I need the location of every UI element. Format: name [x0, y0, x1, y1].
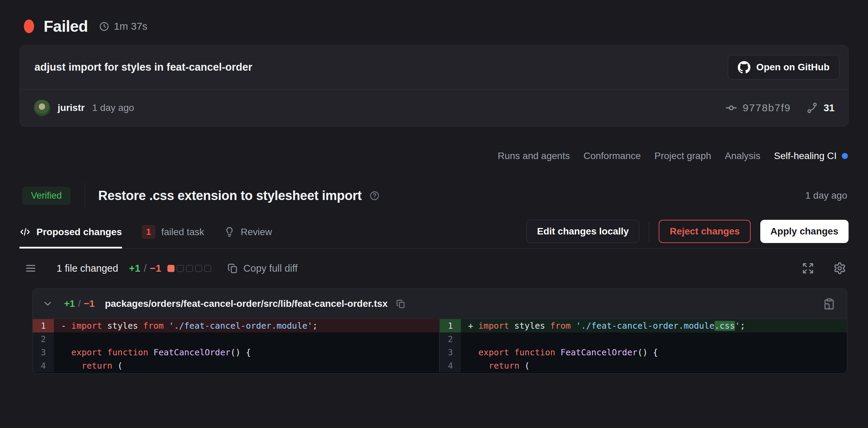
- copy-full-diff-button[interactable]: Copy full diff: [227, 263, 298, 274]
- diff-line-new-2: 2: [440, 332, 847, 346]
- clock-icon: [99, 21, 109, 32]
- deletions-count: −1: [150, 263, 161, 274]
- commit-card: adjust import for styles in feat-cancel-…: [19, 45, 849, 127]
- line-number: 3: [440, 346, 461, 359]
- diff-stats: +1 / −1: [129, 263, 161, 274]
- fix-tabs-row: Proposed changes 1 failed task Review Ed…: [19, 220, 849, 249]
- tab-proposed-changes[interactable]: Proposed changes: [19, 225, 122, 248]
- lightbulb-icon: [224, 227, 235, 238]
- author-name: juristr: [58, 102, 85, 113]
- diff-line-old-3: 3 export function FeatCancelOrder() {: [33, 346, 439, 359]
- diff-line-new-1: 1+ import styles from './feat-cancel-ord…: [440, 319, 847, 332]
- fix-title: Restore .css extension to stylesheet imp…: [98, 188, 362, 203]
- fix-header: Verified Restore .css extension to style…: [0, 161, 868, 209]
- diff-file-card: +1 / −1 packages/orders/feat-cancel-orde…: [32, 288, 847, 374]
- line-number: 4: [440, 359, 461, 372]
- gear-icon[interactable]: [833, 262, 846, 275]
- tab-review-label: Review: [241, 227, 272, 238]
- verified-badge: Verified: [22, 187, 71, 205]
- expand-icon[interactable]: [802, 262, 814, 274]
- copy-file-diff-icon[interactable]: [823, 298, 835, 310]
- diff-file-header: +1 / −1 packages/orders/feat-cancel-orde…: [33, 289, 847, 319]
- code-icon: [19, 226, 31, 238]
- line-number: 3: [33, 346, 54, 359]
- pipeline-status-label: Failed: [44, 17, 88, 35]
- line-number: 1: [440, 319, 461, 332]
- branch-link[interactable]: 31: [806, 102, 835, 114]
- new-feature-dot: [842, 153, 848, 159]
- author-avatar: [34, 100, 50, 116]
- line-number: 1: [33, 319, 54, 332]
- nav-item-self-healing-ci[interactable]: Self-healing CI: [774, 151, 848, 161]
- commit-sha[interactable]: 9778b7f9: [724, 101, 791, 115]
- commit-icon: [724, 101, 738, 115]
- diff-split-view: 1- import styles from './feat-cancel-ord…: [33, 319, 847, 373]
- commit-sha-value: 9778b7f9: [743, 102, 791, 114]
- commit-message: adjust import for styles in feat-cancel-…: [34, 61, 252, 73]
- code-line: [54, 332, 61, 346]
- apply-changes-button[interactable]: Apply changes: [760, 220, 849, 243]
- tab-failed-task[interactable]: 1 failed task: [142, 225, 205, 248]
- copy-full-diff-label: Copy full diff: [243, 263, 298, 274]
- divider: [649, 222, 649, 241]
- pipeline-duration: 1m 37s: [99, 20, 147, 32]
- file-diff-stats: +1 / −1: [64, 298, 95, 309]
- tab-proposed-changes-label: Proposed changes: [36, 227, 122, 238]
- diff-line-old-4: 4 return (: [33, 359, 439, 372]
- pipeline-duration-value: 1m 37s: [114, 20, 147, 32]
- commit-time-ago: 1 day ago: [92, 102, 134, 113]
- file-path: packages/orders/feat-cancel-order/src/li…: [105, 298, 388, 309]
- copy-icon: [227, 263, 238, 274]
- file-additions: +1: [64, 298, 75, 309]
- failed-status-icon: [24, 19, 34, 33]
- pipeline-status-row: Failed 1m 37s: [0, 0, 868, 35]
- diff-block-filled: [167, 265, 175, 272]
- code-line: [461, 332, 468, 346]
- divider: [85, 183, 85, 209]
- pipeline-nav: Runs and agentsConformanceProject graphA…: [0, 127, 868, 161]
- copy-path-icon[interactable]: [396, 299, 406, 309]
- file-deletions: −1: [84, 298, 95, 309]
- github-icon: [738, 61, 750, 74]
- chevron-down-icon[interactable]: [42, 298, 53, 309]
- files-changed-count: 1 file changed: [57, 263, 118, 274]
- diff-block: [204, 265, 211, 272]
- line-number: 2: [440, 332, 461, 346]
- tab-review[interactable]: Review: [224, 225, 272, 248]
- nav-item-analysis[interactable]: Analysis: [725, 151, 760, 161]
- commit-meta-row: juristr 1 day ago 9778b7f9 31: [20, 89, 848, 126]
- reject-changes-button[interactable]: Reject changes: [659, 220, 750, 243]
- line-number: 2: [33, 332, 54, 346]
- line-number: 4: [33, 359, 54, 372]
- code-line: return (: [54, 359, 123, 372]
- code-line: export function FeatCancelOrder() {: [54, 346, 251, 359]
- diff-line-new-3: 3 export function FeatCancelOrder() {: [440, 346, 847, 359]
- nav-item-runs-and-agents[interactable]: Runs and agents: [498, 151, 570, 161]
- edit-changes-locally-button[interactable]: Edit changes locally: [526, 220, 639, 243]
- diff-line-old-1: 1- import styles from './feat-cancel-ord…: [33, 319, 439, 332]
- code-line: - import styles from './feat-cancel-orde…: [54, 319, 318, 332]
- commit-title-row: adjust import for styles in feat-cancel-…: [20, 45, 848, 89]
- diff-block: [195, 265, 202, 272]
- diff-pane-new: 1+ import styles from './feat-cancel-ord…: [440, 319, 847, 372]
- code-line: export function FeatCancelOrder() {: [461, 346, 658, 359]
- nav-item-conformance[interactable]: Conformance: [583, 151, 641, 161]
- branch-number: 31: [824, 102, 835, 114]
- git-branch-icon: [806, 102, 818, 114]
- open-on-github-button[interactable]: Open on GitHub: [728, 55, 839, 80]
- diff-pane-old: 1- import styles from './feat-cancel-ord…: [33, 319, 440, 372]
- code-line: + import styles from './feat-cancel-orde…: [461, 319, 745, 332]
- nav-item-project-graph[interactable]: Project graph: [655, 151, 712, 161]
- diff-toolbar: 1 file changed +1 / −1 Copy full diff: [25, 262, 846, 275]
- diff-line-new-4: 4 return (: [440, 359, 847, 372]
- additions-count: +1: [129, 263, 140, 274]
- diff-ratio-blocks: [167, 265, 211, 272]
- fix-time-ago: 1 day ago: [805, 190, 847, 201]
- code-line: return (: [461, 359, 530, 372]
- open-on-github-label: Open on GitHub: [756, 62, 829, 73]
- diff-line-old-2: 2: [33, 332, 439, 346]
- file-list-menu-icon[interactable]: [25, 262, 37, 274]
- tab-failed-task-label: failed task: [161, 227, 204, 238]
- diff-block: [177, 265, 184, 272]
- help-icon[interactable]: [369, 190, 380, 201]
